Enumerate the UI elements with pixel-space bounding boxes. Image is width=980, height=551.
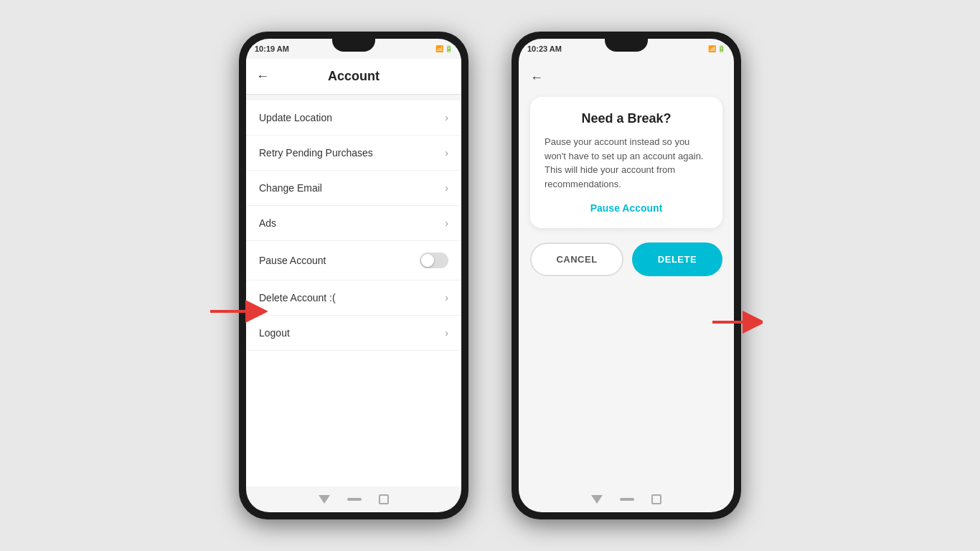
status-icons-1: 📶🔋: [435, 45, 453, 52]
menu-item-pause-account[interactable]: Pause Account: [246, 241, 461, 281]
nav-back-icon-2[interactable]: [591, 495, 603, 504]
status-bar-2: 10:23 AM 📶🔋: [519, 39, 734, 59]
menu-item-retry-purchases[interactable]: Retry Pending Purchases ›: [246, 136, 461, 171]
page-title-1: Account: [328, 69, 380, 84]
menu-item-delete-account[interactable]: Delete Account :( ›: [246, 281, 461, 316]
status-time-2: 10:23 AM: [527, 44, 562, 53]
chevron-change-email: ›: [445, 182, 448, 194]
status-time-1: 10:19 AM: [255, 44, 289, 53]
back-button-1[interactable]: ←: [256, 69, 269, 84]
dialog-card: Need a Break? Pause your account instead…: [530, 97, 722, 228]
menu-label-delete-account: Delete Account :(: [259, 292, 336, 303]
nav-recents-icon[interactable]: [379, 494, 389, 504]
phone-2-wrapper: 10:23 AM 📶🔋 ← Need a Break? Pause your a…: [512, 32, 741, 519]
dialog-body: Pause your account instead so you won't …: [545, 135, 708, 191]
app-header-1: ← Account: [246, 59, 461, 95]
chevron-update-location: ›: [445, 112, 448, 123]
screen-1: ← Account Update Location › Retry Pendin…: [246, 59, 461, 486]
bottom-nav-1: [246, 486, 461, 512]
chevron-logout: ›: [445, 327, 448, 339]
menu-label-change-email: Change Email: [259, 182, 322, 194]
notch-2: [605, 39, 648, 52]
arrow-indicator-1: [203, 297, 268, 329]
status-bar-1: 10:19 AM 📶🔋: [246, 39, 461, 59]
delete-button[interactable]: DELETE: [632, 242, 722, 276]
menu-label-update-location: Update Location: [259, 112, 332, 123]
menu-label-pause-account: Pause Account: [259, 255, 326, 266]
phone-1-wrapper: 10:19 AM 📶🔋 ← Account Update Location ›: [239, 32, 468, 519]
menu-label-logout: Logout: [259, 327, 290, 339]
nav-recents-icon-2[interactable]: [651, 494, 661, 504]
dialog-title: Need a Break?: [545, 111, 708, 126]
menu-item-logout[interactable]: Logout ›: [246, 316, 461, 351]
phone-1: 10:19 AM 📶🔋 ← Account Update Location ›: [239, 32, 468, 519]
chevron-ads: ›: [445, 217, 448, 229]
chevron-retry-purchases: ›: [445, 147, 448, 159]
menu-label-ads: Ads: [259, 217, 276, 229]
menu-item-change-email[interactable]: Change Email ›: [246, 171, 461, 206]
cancel-button[interactable]: CANCEL: [530, 242, 623, 276]
screen-2: ← Need a Break? Pause your account inste…: [519, 59, 734, 486]
status-icons-2: 📶🔋: [708, 45, 725, 52]
nav-back-icon[interactable]: [319, 495, 330, 504]
toggle-knob: [421, 254, 434, 267]
nav-home-icon-2[interactable]: [620, 498, 634, 501]
menu-list-1: Update Location › Retry Pending Purchase…: [246, 100, 461, 486]
bottom-nav-2: [519, 486, 734, 512]
pause-account-toggle[interactable]: [420, 253, 448, 268]
chevron-delete-account: ›: [445, 292, 448, 303]
back-button-2[interactable]: ←: [530, 70, 722, 85]
dialog-screen: ← Need a Break? Pause your account inste…: [519, 59, 734, 486]
menu-label-retry-purchases: Retry Pending Purchases: [259, 147, 373, 159]
notch-1: [332, 39, 375, 52]
arrow-indicator-2: [705, 308, 763, 339]
nav-home-icon[interactable]: [347, 498, 362, 501]
menu-item-update-location[interactable]: Update Location ›: [246, 100, 461, 136]
pause-account-link[interactable]: Pause Account: [545, 202, 708, 214]
dialog-buttons: CANCEL DELETE: [530, 242, 722, 276]
menu-item-ads[interactable]: Ads ›: [246, 206, 461, 241]
phone-2: 10:23 AM 📶🔋 ← Need a Break? Pause your a…: [512, 32, 741, 519]
